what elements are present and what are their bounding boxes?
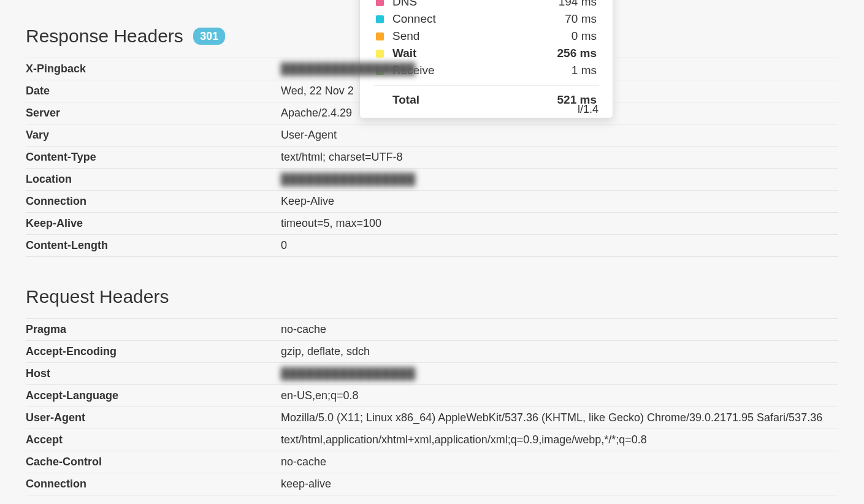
header-row: Pragmano-cache (26, 319, 838, 341)
timing-row-wait: Wait256 ms (376, 45, 597, 62)
header-row: Accept-Encodinggzip, deflate, sdch (26, 341, 838, 363)
timing-label: Connect (392, 12, 565, 26)
header-row: ConnectionKeep-Alive (26, 191, 838, 213)
timing-popover: DNS194 msConnect70 msSend0 msWait256 msR… (359, 0, 613, 118)
header-key: Location (26, 169, 281, 191)
header-value: User-Agent (281, 124, 838, 147)
header-value: no-cache (281, 451, 838, 473)
header-key: Server (26, 102, 281, 124)
header-row: User-AgentMozilla/5.0 (X11; Linux x86_64… (26, 407, 838, 429)
header-row: Host████████████████ (26, 363, 838, 385)
header-value: en-US,en;q=0.8 (281, 385, 838, 407)
swatch-icon (376, 15, 384, 23)
header-value: text/html; charset=UTF-8 (281, 147, 838, 169)
swatch-icon (376, 50, 384, 58)
header-key: Keep-Alive (26, 213, 281, 235)
redacted-value: ████████████████ (281, 173, 416, 186)
divider (373, 85, 599, 86)
redacted-value: ████████████████ (281, 367, 416, 380)
status-badge: 301 (193, 28, 225, 45)
header-key: Host (26, 363, 281, 385)
swatch-icon (376, 0, 384, 6)
header-key: X-Pingback (26, 58, 281, 80)
timing-label: Wait (392, 47, 557, 60)
header-key: User-Agent (26, 407, 281, 429)
redacted-value: ████████████████ (281, 63, 416, 75)
header-row: Location████████████████ (26, 169, 838, 191)
header-key: Connection (26, 473, 281, 495)
header-value: keep-alive (281, 473, 838, 495)
header-value: Keep-Alive (281, 191, 838, 213)
header-value: text/html,application/xhtml+xml,applicat… (281, 429, 838, 451)
timing-value: 70 ms (565, 12, 597, 26)
header-value: ████████████████ (281, 169, 838, 191)
header-key: Pragma (26, 319, 281, 341)
timing-value: 1 ms (572, 64, 597, 77)
request-headers-table: Pragmano-cacheAccept-Encodinggzip, defla… (26, 318, 838, 495)
header-key: Accept-Encoding (26, 341, 281, 363)
header-row: Keep-Alivetimeout=5, max=100 (26, 213, 838, 235)
timing-row-dns: DNS194 ms (376, 0, 597, 10)
server-value-tail: l/1.4 (578, 103, 598, 116)
header-key: Content-Type (26, 147, 281, 169)
timing-value: 256 ms (557, 47, 597, 60)
header-row: Content-Typetext/html; charset=UTF-8 (26, 147, 838, 169)
header-value: Mozilla/5.0 (X11; Linux x86_64) AppleWeb… (281, 407, 838, 429)
header-key: Accept-Language (26, 385, 281, 407)
header-value: timeout=5, max=100 (281, 213, 838, 235)
header-key: Cache-Control (26, 451, 281, 473)
header-key: Vary (26, 124, 281, 147)
timing-label: Receive (392, 64, 572, 77)
timing-value: 0 ms (572, 29, 597, 43)
timing-total-label: Total (392, 93, 557, 107)
header-row: Content-Length0 (26, 235, 838, 257)
header-value: 0 (281, 235, 838, 257)
header-value: gzip, deflate, sdch (281, 341, 838, 363)
timing-label: Send (392, 29, 572, 43)
timing-row-send: Send0 ms (376, 28, 597, 45)
timing-value: 194 ms (559, 0, 597, 9)
header-row: VaryUser-Agent (26, 124, 838, 147)
header-value: no-cache (281, 319, 838, 341)
timing-total-row: Total 521 ms (376, 91, 597, 107)
header-row: Accepttext/html,application/xhtml+xml,ap… (26, 429, 838, 451)
header-value: ████████████████ (281, 363, 838, 385)
header-key: Connection (26, 191, 281, 213)
timing-row-connect: Connect70 ms (376, 10, 597, 28)
request-headers-title: Request Headers (26, 286, 838, 307)
header-key: Content-Length (26, 235, 281, 257)
header-row: Cache-Controlno-cache (26, 451, 838, 473)
swatch-icon (376, 32, 384, 40)
header-row: Accept-Languageen-US,en;q=0.8 (26, 385, 838, 407)
timing-label: DNS (392, 0, 559, 9)
header-key: Accept (26, 429, 281, 451)
header-key: Date (26, 80, 281, 102)
response-headers-title-text: Response Headers (26, 26, 183, 46)
header-row: Connectionkeep-alive (26, 473, 838, 495)
